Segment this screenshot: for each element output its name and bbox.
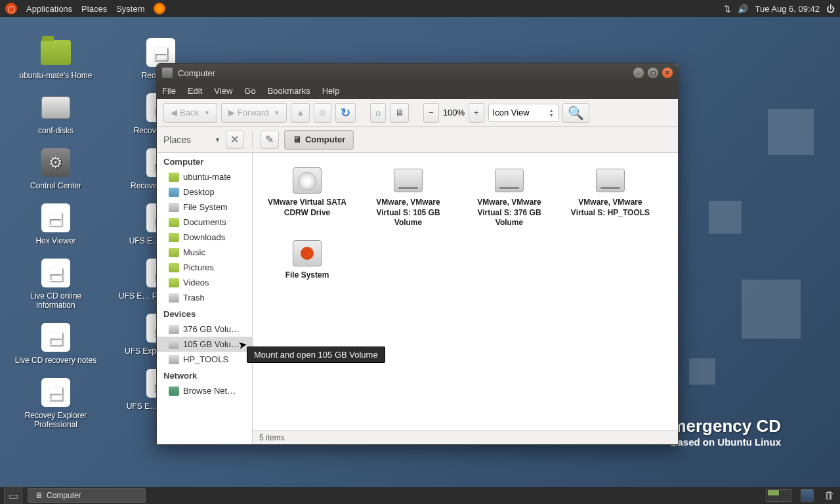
file-item[interactable]: File System: [263, 236, 351, 284]
desktop-icon[interactable]: ⬒ Recovey Explorer Professional: [13, 377, 98, 429]
view-mode-select[interactable]: Icon View▲▼: [488, 104, 558, 122]
desktop-icon[interactable]: ⬒ Live CD online information: [13, 257, 98, 310]
close-sidebar-button[interactable]: ✕: [226, 131, 244, 149]
drive-icon: [595, 166, 626, 195]
desktop[interactable]: ubuntu-mate's Home conf-disks ⚙ Control …: [0, 17, 840, 487]
network-icon[interactable]: ⇅: [724, 4, 731, 14]
sidebar-item[interactable]: HP_TOOLS: [157, 352, 252, 367]
file-manager-window: Computer ─ ▢ ✕ File Edit View Go Bookmar…: [156, 63, 679, 445]
sidebar-item[interactable]: ubuntu-mate: [157, 169, 252, 184]
desktop-icon[interactable]: ubuntu-mate's Home: [19, 37, 92, 80]
firefox-icon[interactable]: [154, 3, 165, 14]
zoom-in-button[interactable]: +: [469, 103, 484, 123]
show-desktop-corner[interactable]: [801, 489, 814, 502]
home-button[interactable]: ⌂: [370, 103, 386, 123]
show-desktop-button[interactable]: ▭: [4, 486, 22, 504]
sidebar-group-header: Devices: [157, 305, 252, 322]
back-button[interactable]: ◀Back▼: [163, 103, 217, 123]
menu-help[interactable]: Help: [322, 86, 340, 96]
sidebar-item[interactable]: Browse Net…: [157, 383, 252, 398]
fold-icon: [169, 173, 179, 182]
zoom-level: 100%: [443, 108, 465, 117]
drive-icon: [291, 166, 323, 195]
sidebar-item[interactable]: 376 GB Volu…: [157, 322, 252, 337]
volume-icon[interactable]: 🔊: [738, 4, 748, 14]
file-label: File System: [285, 270, 329, 281]
sidebar-item[interactable]: Music: [157, 245, 252, 260]
menu-go[interactable]: Go: [244, 86, 255, 96]
file-item[interactable]: VMware Virtual SATA CDRW Drive: [263, 163, 351, 231]
sidebar: Computer ubuntu-mate Desktop File System…: [157, 153, 253, 444]
maximize-button[interactable]: ▢: [648, 68, 658, 78]
desktop-icon[interactable]: conf-disks: [38, 92, 74, 135]
file-item[interactable]: VMware, VMware Virtual S: 105 GB Volume: [364, 163, 452, 231]
sidebar-item[interactable]: Desktop: [157, 184, 252, 200]
file-item[interactable]: VMware, VMware Virtual S: 376 GB Volume: [465, 163, 553, 231]
places-dropdown[interactable]: Places▼: [163, 135, 220, 145]
ubuntu-logo-icon[interactable]: ◯: [5, 3, 17, 14]
sidebar-item[interactable]: Documents: [157, 215, 252, 230]
chevron-down-icon: ▼: [274, 110, 280, 116]
stop-button[interactable]: ⊘: [314, 103, 331, 123]
computer-icon: 🖥: [395, 108, 404, 117]
app-icon: [40, 37, 72, 68]
fold-icon: [169, 233, 179, 242]
computer-button[interactable]: 🖥: [390, 103, 409, 123]
menu-bookmarks[interactable]: Bookmarks: [268, 86, 310, 96]
tooltip: Mount and open 105 GB Volume: [247, 346, 385, 363]
sidebar-item[interactable]: Videos: [157, 275, 252, 290]
icon-grid[interactable]: VMware Virtual SATA CDRW Drive VMware, V…: [253, 153, 678, 430]
search-icon: 🔍: [568, 105, 584, 121]
sidebar-item[interactable]: Downloads: [157, 230, 252, 245]
path-segment-computer[interactable]: 🖥Computer: [284, 130, 354, 150]
sidebar-item[interactable]: Trash: [157, 290, 252, 305]
titlebar[interactable]: Computer ─ ▢ ✕: [157, 64, 678, 82]
desktop-icon[interactable]: ⬒ Hex Viewer: [35, 202, 75, 245]
minimize-button[interactable]: ─: [633, 68, 644, 78]
close-button[interactable]: ✕: [662, 68, 673, 78]
menu-file[interactable]: File: [162, 86, 176, 96]
edit-path-button[interactable]: ✎: [261, 131, 279, 149]
icon-label: Control Center: [30, 181, 81, 190]
desktop-icon[interactable]: ⚙ Control Center: [30, 147, 81, 190]
forward-button[interactable]: ▶Forward▼: [221, 103, 287, 123]
sidebar-item[interactable]: Pictures: [157, 260, 252, 275]
disk-icon: [169, 293, 179, 303]
file-item[interactable]: VMware, VMware Virtual S: HP_TOOLS: [566, 163, 654, 231]
menu-edit[interactable]: Edit: [188, 86, 202, 96]
trash-icon[interactable]: 🗑: [823, 489, 836, 502]
workspace-switcher[interactable]: [766, 489, 791, 502]
window-title: Computer: [178, 68, 215, 78]
up-icon: ▲: [296, 108, 304, 117]
sidebar-item-label: Browse Net…: [183, 386, 236, 396]
pencil-icon: ✎: [265, 133, 274, 146]
task-button-computer[interactable]: 🖥Computer: [28, 488, 146, 503]
disk-icon: [169, 325, 179, 334]
app-icon: ⬒: [40, 322, 72, 353]
power-icon[interactable]: ⏻: [826, 4, 835, 14]
desktop-icon: ▭: [9, 490, 18, 502]
search-button[interactable]: 🔍: [562, 103, 589, 123]
menu-system[interactable]: System: [116, 4, 144, 14]
content-area: VMware Virtual SATA CDRW Drive VMware, V…: [253, 153, 678, 444]
menu-applications[interactable]: Applications: [26, 4, 72, 14]
toolbar: ◀Back▼ ▶Forward▼ ▲ ⊘ ↻ ⌂ 🖥 − 100% + Icon…: [157, 99, 678, 127]
app-icon: [40, 92, 72, 123]
bottom-panel: ▭ 🖥Computer 🗑: [0, 487, 840, 504]
file-label: VMware, VMware Virtual S: 105 GB Volume: [367, 198, 450, 228]
net-icon: [169, 387, 179, 396]
reload-icon: ↻: [341, 106, 350, 120]
menu-view[interactable]: View: [214, 86, 232, 96]
icon-label: ubuntu-mate's Home: [19, 71, 92, 80]
sidebar-item[interactable]: File System: [157, 200, 252, 215]
drive-icon: [291, 239, 323, 268]
reload-button[interactable]: ↻: [335, 103, 356, 123]
desktop-icon[interactable]: ⬒ Live CD recovery notes: [15, 322, 97, 365]
computer-icon: 🖥: [293, 135, 301, 144]
top-panel: ◯ Applications Places System ⇅ 🔊 Tue Aug…: [0, 0, 840, 17]
up-button[interactable]: ▲: [291, 103, 310, 123]
clock[interactable]: Tue Aug 6, 09:42: [755, 4, 820, 14]
window-icon: [162, 68, 173, 78]
menu-places[interactable]: Places: [81, 4, 107, 14]
zoom-out-button[interactable]: −: [423, 103, 439, 123]
